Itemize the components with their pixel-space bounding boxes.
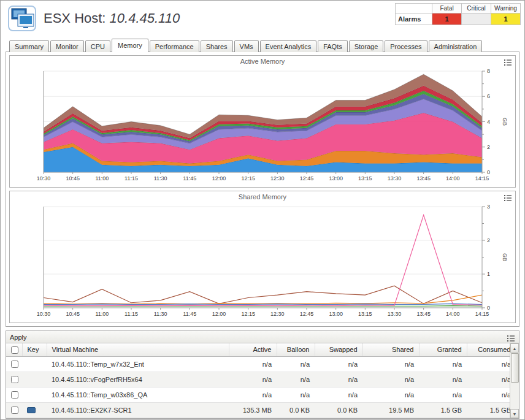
warning-alarm-count[interactable]: 1 xyxy=(491,13,521,25)
svg-text:12:30: 12:30 xyxy=(270,311,285,317)
alarms-col-warning: Warning xyxy=(491,4,521,13)
svg-text:13:15: 13:15 xyxy=(358,175,372,181)
table-row[interactable]: 10.4.45.110::Temp_w7x32_Entn/an/an/an/an… xyxy=(6,356,516,372)
tab-cpu[interactable]: CPU xyxy=(85,40,110,52)
svg-text:12:30: 12:30 xyxy=(270,175,285,181)
row-checkbox[interactable] xyxy=(11,407,18,414)
table-row[interactable]: 10.4.45.110::EX2K7-SCR1135.3 MB0.0 KB0.0… xyxy=(6,402,516,418)
tab-processes[interactable]: Processes xyxy=(385,40,427,52)
tab-monitor[interactable]: Monitor xyxy=(50,40,84,52)
shared-cell: 19.5 MB xyxy=(362,402,419,418)
svg-text:2: 2 xyxy=(487,237,490,243)
apply-bar: Apply xyxy=(6,331,519,343)
tab-storage[interactable]: Storage xyxy=(349,40,384,52)
tab-performance[interactable]: Performance xyxy=(150,40,199,52)
vm-memory-table: KeyVirtual MachineActiveBalloonSwappedSh… xyxy=(6,343,516,418)
apply-button[interactable]: Apply xyxy=(10,334,27,341)
svg-text:13:45: 13:45 xyxy=(416,311,431,317)
table-customizer-icon[interactable] xyxy=(507,334,515,341)
svg-text:10:45: 10:45 xyxy=(66,311,80,317)
key-cell xyxy=(22,356,47,372)
tab-administration[interactable]: Administration xyxy=(429,40,483,52)
tab-memory[interactable]: Memory xyxy=(112,39,148,52)
svg-text:11:00: 11:00 xyxy=(95,311,109,317)
svg-text:13:30: 13:30 xyxy=(388,311,402,317)
balloon-cell: n/a xyxy=(277,387,315,402)
svg-text:12:15: 12:15 xyxy=(241,175,255,181)
chart-customizer-icon[interactable] xyxy=(504,58,512,65)
tab-shares[interactable]: Shares xyxy=(201,40,233,52)
scroll-down-button[interactable]: ▼ xyxy=(510,409,519,418)
shared-cell: n/a xyxy=(362,387,419,402)
svg-text:13:45: 13:45 xyxy=(416,175,431,181)
tab-faqts[interactable]: FAQts xyxy=(318,40,348,52)
svg-text:2: 2 xyxy=(487,144,490,150)
table-header-row: KeyVirtual MachineActiveBalloonSwappedSh… xyxy=(6,343,516,356)
consumed-cell: n/a xyxy=(467,372,516,387)
series-key-swatch xyxy=(27,407,36,413)
svg-text:11:45: 11:45 xyxy=(183,175,196,181)
active-memory-chart: 02468GB10:3010:4511:0011:1511:3011:4512:… xyxy=(10,66,512,185)
alarms-label: Alarms xyxy=(396,13,432,25)
table-row[interactable]: 10.4.45.110::vFogPerfRH5x64n/an/an/an/an… xyxy=(6,372,516,387)
charts-container: Active Memory 02468GB10:3010:4511:0011:1… xyxy=(6,52,519,327)
svg-text:12:15: 12:15 xyxy=(241,311,255,317)
tab-event-analytics[interactable]: Event Analytics xyxy=(260,40,317,52)
scroll-up-button[interactable]: ▲ xyxy=(510,343,519,353)
vm-name-cell[interactable]: 10.4.45.110::Temp_w7x32_Ent xyxy=(47,356,229,372)
table-row[interactable]: 10.4.45.110::Temp_w03x86_QAn/an/an/an/an… xyxy=(6,387,516,402)
row-checkbox[interactable] xyxy=(11,376,18,383)
column-header-select xyxy=(6,343,22,356)
header: ESX Host: 10.4.45.110 Fatal Critical War… xyxy=(1,1,524,39)
svg-text:11:00: 11:00 xyxy=(95,175,109,181)
svg-text:6: 6 xyxy=(487,93,490,99)
column-header-swapped: Swapped xyxy=(315,343,362,356)
svg-text:11:30: 11:30 xyxy=(154,311,167,317)
swapped-cell: n/a xyxy=(315,387,362,402)
column-header-active: Active xyxy=(229,343,277,356)
svg-text:13:15: 13:15 xyxy=(358,311,372,317)
scrollbar-thumb[interactable] xyxy=(511,353,519,383)
vertical-scrollbar[interactable]: ▲ ▼ xyxy=(510,343,519,418)
svg-text:10:30: 10:30 xyxy=(37,175,51,181)
svg-text:10:45: 10:45 xyxy=(66,175,80,181)
svg-text:12:00: 12:00 xyxy=(212,311,226,317)
alarms-col-critical: Critical xyxy=(462,4,491,13)
key-cell xyxy=(22,372,47,387)
chart-customizer-icon[interactable] xyxy=(504,193,512,200)
select-all-checkbox[interactable] xyxy=(11,346,18,354)
consumed-cell: 1.5 GB xyxy=(467,402,516,418)
swapped-cell: 0.0 KB xyxy=(315,402,362,418)
svg-text:14:15: 14:15 xyxy=(475,311,489,317)
row-checkbox[interactable] xyxy=(11,391,18,399)
esx-host-memory-view: ESX Host: 10.4.45.110 Fatal Critical War… xyxy=(0,0,525,420)
shared-cell: n/a xyxy=(362,356,419,372)
tab-summary[interactable]: Summary xyxy=(9,40,49,52)
alarms-col-fatal: Fatal xyxy=(432,4,462,13)
alarms-corner xyxy=(396,4,432,13)
svg-text:GB: GB xyxy=(502,253,508,261)
balloon-cell: n/a xyxy=(277,356,315,372)
svg-text:11:45: 11:45 xyxy=(183,311,196,317)
shared-memory-chart-title: Shared Memory xyxy=(10,191,515,202)
column-header-consumed: Consumed xyxy=(467,343,516,356)
vm-name-cell[interactable]: 10.4.45.110::Temp_w03x86_QA xyxy=(47,387,229,402)
column-header-virtual-machine: Virtual Machine xyxy=(47,343,229,356)
svg-text:10:30: 10:30 xyxy=(37,311,51,317)
critical-alarm-count[interactable] xyxy=(462,13,491,25)
esx-host-icon xyxy=(8,6,36,34)
fatal-alarm-count[interactable]: 1 xyxy=(432,13,462,25)
svg-text:13:30: 13:30 xyxy=(388,175,402,181)
row-checkbox[interactable] xyxy=(11,361,18,368)
column-header-balloon: Balloon xyxy=(277,343,315,356)
svg-text:12:45: 12:45 xyxy=(300,175,314,181)
svg-text:14:00: 14:00 xyxy=(446,311,460,317)
tab-vms[interactable]: VMs xyxy=(234,40,259,52)
page-title-prefix: ESX Host: xyxy=(44,10,105,26)
granted-cell: 1.5 GB xyxy=(419,402,467,418)
vm-name-cell[interactable]: 10.4.45.110::EX2K7-SCR1 xyxy=(47,402,229,418)
swapped-cell: n/a xyxy=(315,372,362,387)
vm-name-cell[interactable]: 10.4.45.110::vFogPerfRH5x64 xyxy=(47,372,229,387)
key-cell xyxy=(22,387,47,402)
svg-text:13:00: 13:00 xyxy=(329,175,343,181)
